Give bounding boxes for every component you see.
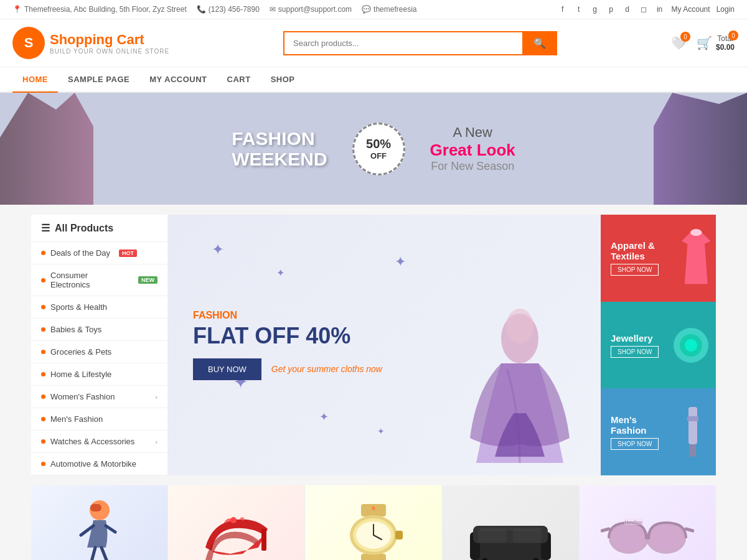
svg-rect-25	[395, 531, 403, 539]
sidebar-item-womens[interactable]: Women's Fashion ›	[31, 386, 167, 408]
bullet-icon	[41, 278, 45, 282]
chevron-right-icon: ›	[155, 393, 157, 401]
promo-banner-apparel: Apparel & Textiles SHOP NOW	[601, 215, 716, 302]
category-img-glasses: NovDoc	[580, 485, 716, 560]
header-actions: 🤍 0 🛒 0 Total $0.00	[671, 34, 735, 52]
bullet-icon	[41, 251, 45, 255]
buy-now-button[interactable]: BUY NOW	[193, 358, 261, 380]
nav-home[interactable]: HOME	[12, 67, 58, 93]
chevron-right-icon: ›	[155, 438, 157, 446]
hero-right-text: A New Great Look For New Season	[430, 124, 515, 173]
svg-rect-35	[513, 529, 542, 543]
twitter-icon[interactable]: t	[573, 4, 585, 15]
location-icon: 📍	[12, 5, 22, 14]
hero-left-text: FASHION WEEKEND	[232, 128, 327, 169]
sidebar-item-home[interactable]: Home & Lifestyle	[31, 363, 167, 386]
category-sports[interactable]: SPORTS GET 10% OFF YOUR ORDER	[31, 485, 168, 560]
shoes-svg	[193, 498, 280, 560]
sidebar-item-groceries[interactable]: Groceries & Pets	[31, 341, 167, 363]
wishlist-button[interactable]: 🤍 0	[671, 35, 687, 50]
promo-title-mens: Men's Fashion	[611, 414, 670, 436]
fashion-banner: ✦ ✦ ✦ ✦ ✦ ✦ FASHION FLAT OFF 40% BUY NOW…	[168, 215, 601, 475]
skype-info: 💬 themefreesia	[362, 5, 416, 14]
instagram-icon[interactable]: ◻	[638, 4, 649, 15]
svg-line-14	[101, 548, 108, 560]
hero-right2: Great Look	[430, 141, 515, 160]
facebook-icon[interactable]: f	[557, 4, 568, 15]
star-icon: ✦	[395, 254, 406, 270]
bullet-icon	[41, 372, 45, 376]
svg-point-1	[506, 309, 533, 343]
nav-shop[interactable]: SHOP	[261, 67, 305, 93]
cart-button[interactable]: 🛒 0 Total $0.00	[697, 34, 735, 52]
logo-text: Shopping Cart BUILD YOUR OWN ONLINE STOR…	[50, 32, 169, 55]
phone-icon: 📞	[197, 5, 206, 14]
category-furniture[interactable]: FURNITURE FREE DELIVERY IN TOWN	[443, 485, 580, 560]
hero-banner-wrap: FASHION WEEKEND 50% OFF A New Great Look…	[0, 93, 747, 205]
sidebar-item-electronics[interactable]: Consumer Electronics NEW	[31, 264, 167, 296]
svg-point-5	[685, 339, 697, 352]
sidebar-item-babies[interactable]: Babies & Toys	[31, 319, 167, 341]
google-icon[interactable]: g	[590, 4, 601, 15]
category-img-watches	[305, 485, 441, 560]
nav-sample-page[interactable]: SAMPLE PAGE	[58, 67, 139, 93]
hero-banner: FASHION WEEKEND 50% OFF A New Great Look…	[0, 93, 747, 205]
sidebar-item-watches[interactable]: Watches & Accessories ›	[31, 431, 167, 453]
bullet-icon	[41, 305, 45, 309]
email-icon: ✉	[270, 5, 276, 14]
svg-rect-10	[90, 504, 101, 511]
bullet-icon	[41, 439, 45, 444]
glasses-svg: NovDoc	[601, 507, 694, 560]
hero-title1: FASHION WEEKEND	[232, 128, 327, 169]
nav-cart[interactable]: CART	[217, 67, 261, 93]
category-shoes[interactable]: SHOES CASUAL, STYLISH & TRENDY	[168, 485, 305, 560]
shop-now-jewellery[interactable]: SHOP NOW	[611, 346, 659, 358]
sidebar-item-sports[interactable]: Sports & Health	[31, 296, 167, 319]
hero-left-model	[0, 93, 93, 205]
top-bar: 📍 Themefreesia, Abc Building, 5th Floor,…	[0, 0, 747, 19]
category-img-shoes	[168, 485, 304, 560]
hero-content: FASHION WEEKEND 50% OFF A New Great Look…	[232, 123, 515, 175]
svg-point-40	[611, 525, 646, 551]
svg-rect-8	[687, 416, 698, 421]
dribbble-icon[interactable]: d	[622, 4, 633, 15]
wishlist-badge: 0	[680, 32, 690, 42]
shop-now-apparel[interactable]: SHOP NOW	[611, 264, 659, 276]
new-badge: NEW	[138, 276, 157, 284]
category-img-furniture	[443, 485, 579, 560]
hero-right3: For New Season	[430, 160, 515, 173]
category-watches[interactable]: WATCHES SOURCE FOR LUXURY WATCHES	[305, 485, 442, 560]
svg-text:NovDoc: NovDoc	[625, 520, 642, 525]
login-link[interactable]: Login	[716, 5, 735, 14]
model-svg	[464, 289, 576, 475]
svg-point-2	[690, 229, 702, 236]
main-content: ☰ All Products Deals of the Day HOT Cons…	[31, 215, 716, 475]
bullet-icon	[41, 417, 45, 421]
promo-title-apparel: Apparel & Textiles	[611, 240, 676, 261]
svg-point-19	[230, 517, 237, 523]
svg-line-43	[602, 529, 609, 531]
sidebar-item-deals[interactable]: Deals of the Day HOT	[31, 242, 167, 264]
search-button[interactable]: 🔍	[522, 31, 557, 55]
star-icon: ✦	[212, 241, 224, 258]
sidebar-header: ☰ All Products	[31, 215, 167, 242]
star-icon: ✦	[377, 426, 385, 436]
category-glasses[interactable]: NovDoc GLASSES FASHION GLASSES FRAMES	[580, 485, 716, 560]
linkedin-icon[interactable]: in	[654, 4, 665, 15]
promo-img-apparel	[676, 215, 716, 302]
banner-main-title: FLAT OFF 40%	[193, 324, 382, 348]
logo-icon: S	[12, 27, 45, 59]
banner-fashion-label: FASHION	[193, 310, 382, 321]
hero-right1: A New	[430, 124, 515, 141]
logo[interactable]: S Shopping Cart BUILD YOUR OWN ONLINE ST…	[12, 27, 169, 59]
bullet-icon	[41, 394, 45, 399]
search-input[interactable]	[283, 31, 522, 55]
header: S Shopping Cart BUILD YOUR OWN ONLINE ST…	[0, 19, 747, 67]
nav-my-account[interactable]: MY ACCOUNT	[139, 67, 217, 93]
my-account-link[interactable]: My Account	[672, 5, 710, 14]
pinterest-icon[interactable]: p	[606, 4, 617, 15]
sidebar-item-mens[interactable]: Men's Fashion	[31, 408, 167, 431]
categories-section: SPORTS GET 10% OFF YOUR ORDER	[31, 485, 716, 560]
sidebar-item-automotive[interactable]: Automotive & Motorbike	[31, 453, 167, 475]
shop-now-mens[interactable]: SHOP NOW	[611, 438, 659, 450]
